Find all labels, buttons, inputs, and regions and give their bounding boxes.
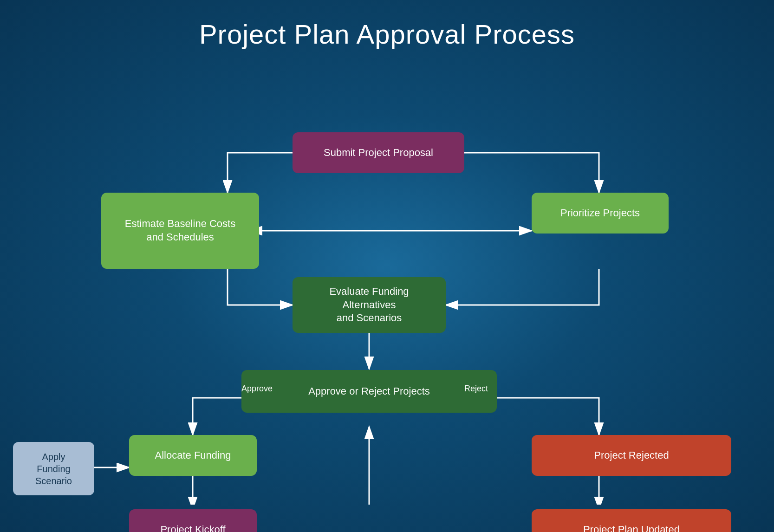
evaluate-box: Evaluate Funding Alternatives and Scenar… <box>293 277 446 333</box>
prioritize-box: Prioritize Projects <box>532 193 669 234</box>
rejected-box: Project Rejected <box>532 435 731 476</box>
diagram-area: Submit Project Proposal Estimate Baselin… <box>0 64 774 505</box>
allocate-box: Allocate Funding <box>129 435 257 476</box>
approve-reject-box: Approve or Reject Projects <box>241 370 497 413</box>
kickoff-box: Project Kickoff <box>129 509 257 532</box>
updated-box: Project Plan Updated <box>532 509 731 532</box>
reject-label: Reject <box>464 384 488 394</box>
submit-proposal-box: Submit Project Proposal <box>293 132 464 173</box>
apply-funding-box: Apply Funding Scenario <box>13 442 94 495</box>
approve-label: Approve <box>241 384 273 394</box>
estimate-box: Estimate Baseline Costs and Schedules <box>101 193 259 269</box>
page-title: Project Plan Approval Process <box>0 0 774 64</box>
